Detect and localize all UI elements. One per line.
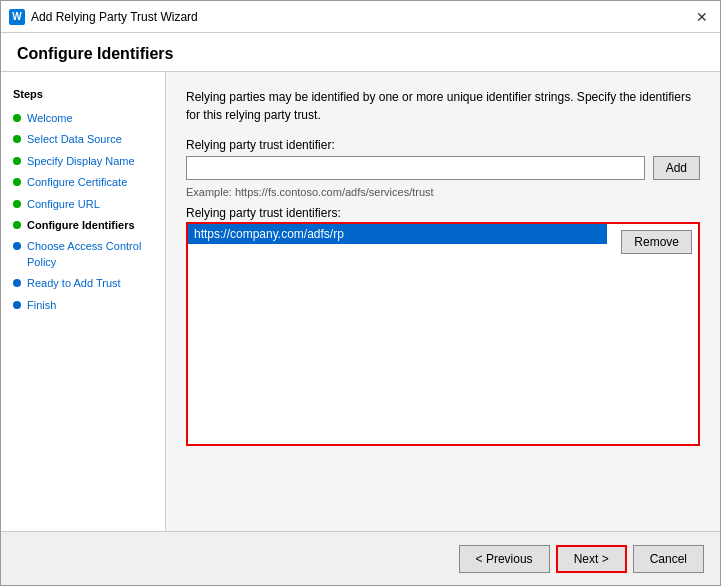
close-button[interactable]: ✕ <box>692 7 712 27</box>
sidebar-label-specify-display-name: Specify Display Name <box>27 154 135 169</box>
sidebar-label-select-data-source: Select Data Source <box>27 132 122 147</box>
sidebar-dot-configure-identifiers <box>13 221 21 229</box>
sidebar-item-choose-access-control[interactable]: Choose Access Control Policy <box>1 236 165 273</box>
description-text: Relying parties may be identified by one… <box>186 88 700 124</box>
sidebar-dot-ready-to-add <box>13 279 21 287</box>
sidebar-label-configure-certificate: Configure Certificate <box>27 175 127 190</box>
sidebar-label-configure-identifiers: Configure Identifiers <box>27 218 135 233</box>
add-button[interactable]: Add <box>653 156 700 180</box>
sidebar-label-configure-url: Configure URL <box>27 197 100 212</box>
sidebar-label-welcome: Welcome <box>27 111 73 126</box>
sidebar-label-ready-to-add: Ready to Add Trust <box>27 276 121 291</box>
app-icon: W <box>9 9 25 25</box>
next-button[interactable]: Next > <box>556 545 627 573</box>
sidebar-dot-welcome <box>13 114 21 122</box>
identifiers-container: https://company.com/adfs/rp Remove <box>186 222 700 446</box>
sidebar-dot-choose-access-control <box>13 242 21 250</box>
identifiers-list: https://company.com/adfs/rp <box>188 224 607 444</box>
sidebar-dot-configure-url <box>13 200 21 208</box>
previous-button[interactable]: < Previous <box>459 545 550 573</box>
example-text: Example: https://fs.contoso.com/adfs/ser… <box>186 186 700 198</box>
title-bar: W Add Relying Party Trust Wizard ✕ <box>1 1 720 33</box>
sidebar-label-finish: Finish <box>27 298 56 313</box>
remove-btn-container: Remove <box>615 224 698 444</box>
sidebar-item-configure-certificate[interactable]: Configure Certificate <box>1 172 165 193</box>
sidebar-dot-configure-certificate <box>13 178 21 186</box>
sidebar-item-configure-url[interactable]: Configure URL <box>1 194 165 215</box>
wizard-window: W Add Relying Party Trust Wizard ✕ Confi… <box>0 0 721 586</box>
title-bar-text: Add Relying Party Trust Wizard <box>31 10 692 24</box>
sidebar: Steps WelcomeSelect Data SourceSpecify D… <box>1 72 166 531</box>
sidebar-dot-finish <box>13 301 21 309</box>
sidebar-item-ready-to-add[interactable]: Ready to Add Trust <box>1 273 165 294</box>
sidebar-item-welcome[interactable]: Welcome <box>1 108 165 129</box>
identifier-input-row: Add <box>186 156 700 180</box>
sidebar-dot-select-data-source <box>13 135 21 143</box>
remove-button[interactable]: Remove <box>621 230 692 254</box>
sidebar-dot-specify-display-name <box>13 157 21 165</box>
page-title: Configure Identifiers <box>1 33 720 72</box>
sidebar-item-finish[interactable]: Finish <box>1 295 165 316</box>
identifier-item[interactable]: https://company.com/adfs/rp <box>188 224 607 244</box>
footer: < Previous Next > Cancel <box>1 531 720 585</box>
sidebar-label-choose-access-control: Choose Access Control Policy <box>27 239 153 270</box>
main-panel: Relying parties may be identified by one… <box>166 72 720 531</box>
identifiers-list-label: Relying party trust identifiers: <box>186 206 700 220</box>
identifier-label: Relying party trust identifier: <box>186 138 700 152</box>
sidebar-item-select-data-source[interactable]: Select Data Source <box>1 129 165 150</box>
sidebar-heading: Steps <box>1 84 165 108</box>
content-area: Steps WelcomeSelect Data SourceSpecify D… <box>1 72 720 531</box>
sidebar-item-configure-identifiers[interactable]: Configure Identifiers <box>1 215 165 236</box>
cancel-button[interactable]: Cancel <box>633 545 704 573</box>
identifier-input[interactable] <box>186 156 645 180</box>
sidebar-item-specify-display-name[interactable]: Specify Display Name <box>1 151 165 172</box>
